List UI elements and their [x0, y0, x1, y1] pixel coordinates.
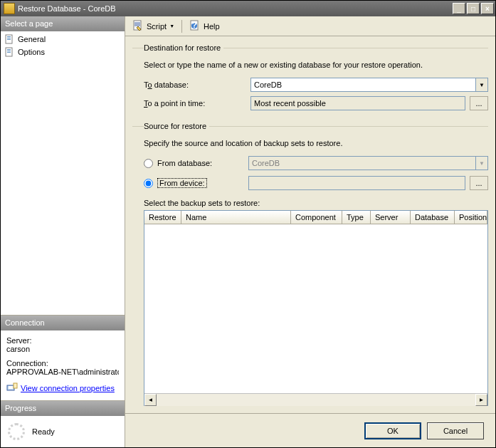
from-device-browse-button[interactable]: ...: [470, 176, 488, 190]
dialog-footer: OK Cancel: [125, 413, 495, 447]
script-icon: [132, 20, 144, 33]
col-position[interactable]: Position: [455, 211, 487, 224]
connection-label: Connection:: [6, 359, 119, 368]
page-icon: [4, 46, 15, 58]
body-area: Select a page General Options Connection: [1, 16, 495, 447]
from-device-radio[interactable]: [144, 179, 153, 188]
sidebar-item-options[interactable]: Options: [1, 46, 125, 58]
point-in-time-browse-button[interactable]: ...: [470, 96, 488, 110]
col-name[interactable]: Name: [181, 211, 291, 224]
titlebar: Restore Database - CoreDB _ □ ×: [1, 1, 495, 16]
col-server[interactable]: Server: [371, 211, 411, 224]
svg-rect-2: [7, 38, 11, 38]
app-icon: [4, 3, 15, 14]
col-database[interactable]: Database: [411, 211, 455, 224]
content: Destination for restore Select or type t…: [125, 36, 495, 413]
svg-rect-9: [9, 386, 13, 389]
point-in-time-field: [250, 96, 465, 110]
to-database-label: To database:: [144, 80, 250, 89]
script-label: Script: [147, 22, 167, 31]
svg-rect-1: [7, 36, 11, 37]
sidebar-item-label: General: [18, 35, 46, 43]
to-database-combo[interactable]: [250, 78, 476, 92]
from-database-combo: [248, 156, 476, 170]
connection-value: APPROVALAB-NET\administrator: [6, 368, 119, 376]
source-fieldset: Source for restore Specify the source an…: [132, 122, 488, 409]
chevron-down-icon: ▼: [169, 24, 174, 28]
connection-body: Server: carson Connection: APPROVALAB-NE…: [1, 330, 125, 400]
svg-rect-7: [7, 52, 11, 53]
sidebar-item-general[interactable]: General: [1, 33, 125, 46]
toolbar-separator: [181, 20, 182, 33]
grid-body: [144, 224, 487, 393]
main-panel: Script ▼ ? Help Destination for restore …: [125, 16, 495, 447]
svg-rect-5: [7, 49, 11, 50]
point-in-time-label: To a point in time:: [144, 99, 250, 108]
scroll-right-button[interactable]: ►: [475, 394, 487, 406]
from-database-dropdown-button: ▼: [476, 156, 488, 170]
from-device-label: From device:: [157, 179, 248, 187]
minimize-button[interactable]: _: [453, 3, 465, 14]
svg-rect-6: [7, 51, 11, 51]
destination-instruction: Select or type the name of a new or exis…: [144, 61, 488, 69]
col-type[interactable]: Type: [342, 211, 371, 224]
restore-database-window: Restore Database - CoreDB _ □ × Select a…: [0, 0, 496, 448]
destination-fieldset: Destination for restore Select or type t…: [132, 43, 488, 118]
progress-body: Ready: [1, 416, 125, 447]
help-label: Help: [204, 22, 220, 31]
sidebar: Select a page General Options Connection: [1, 16, 125, 447]
maximize-button[interactable]: □: [467, 3, 480, 14]
source-legend: Source for restore: [144, 122, 209, 130]
select-page-header: Select a page: [1, 16, 125, 31]
link-text: View connection properties: [21, 384, 115, 392]
sidebar-item-label: Options: [18, 48, 45, 56]
from-device-field: [248, 176, 465, 190]
page-list: General Options: [1, 31, 125, 60]
from-database-radio[interactable]: [144, 159, 153, 168]
script-button[interactable]: Script ▼: [130, 19, 177, 34]
close-button[interactable]: ×: [481, 3, 494, 14]
select-backup-sets-label: Select the backup sets to restore:: [144, 199, 488, 207]
to-database-dropdown-button[interactable]: ▼: [476, 78, 488, 92]
grid-header: Restore Name Component Type Server Datab…: [144, 211, 487, 224]
help-button[interactable]: ? Help: [186, 19, 223, 34]
cancel-button[interactable]: Cancel: [427, 422, 484, 439]
progress-spinner-icon: [8, 423, 25, 440]
progress-header: Progress: [1, 400, 125, 416]
connection-icon: [6, 382, 18, 395]
server-value: carson: [6, 345, 119, 353]
connection-header: Connection: [1, 315, 125, 330]
page-icon: [4, 33, 15, 45]
horizontal-scrollbar[interactable]: ◄ ►: [144, 393, 487, 405]
svg-text:?: ?: [192, 21, 197, 29]
help-icon: ?: [189, 20, 201, 33]
svg-rect-3: [7, 39, 11, 40]
svg-rect-10: [14, 383, 17, 388]
toolbar: Script ▼ ? Help: [125, 16, 495, 36]
scroll-left-button[interactable]: ◄: [144, 394, 157, 406]
col-restore[interactable]: Restore: [144, 211, 181, 224]
scroll-track[interactable]: [157, 394, 475, 406]
destination-legend: Destination for restore: [144, 43, 223, 52]
server-label: Server:: [6, 336, 119, 345]
backup-sets-grid[interactable]: Restore Name Component Type Server Datab…: [144, 210, 488, 406]
view-connection-properties-link[interactable]: View connection properties: [6, 382, 115, 395]
from-database-label: From database:: [157, 159, 248, 167]
col-component[interactable]: Component: [291, 211, 342, 224]
progress-status: Ready: [32, 427, 55, 436]
window-title: Restore Database - CoreDB: [18, 4, 451, 13]
ok-button[interactable]: OK: [364, 422, 421, 439]
source-instruction: Specify the source and location of backu…: [144, 139, 488, 147]
